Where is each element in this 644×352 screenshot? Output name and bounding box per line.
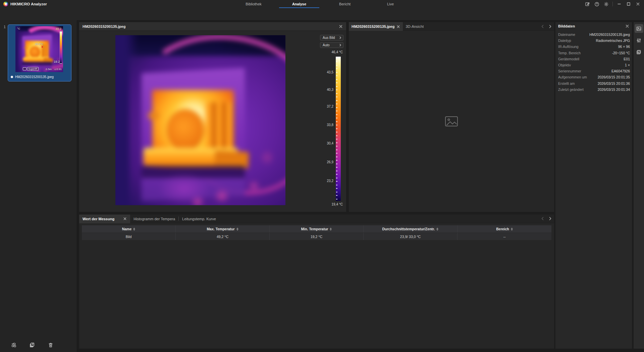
scale-mode-dropdown[interactable]: Auto (320, 42, 343, 48)
metadata-row: IR-Auflösung96 × 96 (558, 44, 630, 50)
metadata-row: Temp. Bereich-20~150 °C (558, 50, 630, 56)
close-icon[interactable] (625, 23, 630, 29)
metadata-row: SeriennummerEA6047926 (558, 68, 630, 74)
viewer-tabs: HM20260315200135.jpeg 3D-Ansicht (349, 22, 554, 31)
image-info-icon[interactable] (635, 24, 643, 33)
tab-bibliothek[interactable]: Bibliothek (231, 0, 276, 8)
sort-icon[interactable] (133, 228, 135, 231)
column-header-name[interactable]: Name (82, 225, 176, 233)
scale-tick-label: 37,2 (322, 105, 333, 108)
thermal-image[interactable] (115, 35, 285, 205)
column-header-bereich[interactable]: Bereich (458, 225, 551, 233)
metadata-row: Objektiv1 × (558, 62, 630, 68)
notes-icon[interactable] (635, 48, 643, 56)
help-icon[interactable] (593, 1, 601, 7)
cell-bereich: -- (458, 233, 551, 240)
thumb-badge-icon (23, 67, 26, 70)
tab-live[interactable]: Live (368, 0, 413, 8)
close-icon[interactable] (338, 24, 343, 29)
tab-wert-der-messung[interactable]: Wert der Messung (79, 215, 130, 223)
chevron-right-icon[interactable] (548, 217, 552, 221)
thumb-min-temp: 19.2 (54, 60, 60, 63)
toolbar (0, 8, 644, 20)
titlebar: HIKMICRO Analyzer Bibliothek Analyse Ber… (0, 0, 644, 8)
metadata-row: Erstellt am2026/03/15 20:01:36 (558, 80, 630, 86)
table-row[interactable]: Bild 49,2 °C 19,2 °C 23,9/ 33,0 °C -- (82, 233, 551, 240)
cell-avg-temp: 23,9/ 33,0 °C (364, 233, 458, 240)
sort-icon[interactable] (330, 228, 332, 231)
adjustments-icon[interactable] (635, 36, 643, 45)
image-panel: HM20260315200135.jpeg Aus Bild Auto 46, (79, 22, 346, 212)
metadata-row: DateitypRadiometrisches JPG (558, 38, 630, 44)
image-metadata-panel: Bilddaten DateinameHM20260315200135.jpeg… (555, 22, 632, 349)
metadata-row: DateinameHM20260315200135.jpeg (558, 32, 630, 38)
image-panel-header: HM20260315200135.jpeg (79, 22, 346, 31)
viewer-tab-3d[interactable]: 3D-Ansicht (403, 22, 426, 31)
task-index: 1 (4, 25, 6, 29)
sort-icon[interactable] (436, 228, 438, 231)
right-icon-strip (633, 22, 644, 349)
close-icon[interactable] (396, 25, 400, 28)
close-icon[interactable] (634, 1, 642, 7)
window-bottom-strip (0, 349, 644, 352)
task-list-sidebar: Aufgabenliste (1) 1 °C 49.2 20.2°C (0, 8, 77, 352)
chevron-left-icon[interactable] (541, 217, 545, 221)
scale-max-label: 46,4 °C (332, 50, 343, 54)
chevron-left-icon[interactable] (541, 24, 545, 28)
thumb-max-temp: 49.2 (55, 27, 61, 31)
maximize-icon[interactable] (625, 1, 633, 7)
tab-histogramm[interactable]: Histogramm der Tempera (130, 215, 178, 223)
image-panel-title: HM20260315200135.jpeg (83, 24, 125, 28)
viewer-tab-image[interactable]: HM20260315200135.jpeg (349, 22, 403, 31)
thumb-center-temp: 20.2°C (35, 43, 44, 46)
task-thumbnail-card[interactable]: °C 49.2 20.2°C 19.2 SuperIR 0.5m ε:0.91 … (8, 24, 71, 81)
metadata-row: Zuletzt geändert2026/03/15 20:01:34 (558, 86, 630, 93)
tab-leitungstemp-kurve[interactable]: Leitungstemp. Kurve (179, 215, 219, 223)
metadata-title: Bilddaten (558, 24, 575, 28)
app-logo-icon (3, 2, 8, 6)
viewer-3d-empty-state (349, 31, 554, 212)
viewer-tab-nav (541, 22, 552, 31)
feedback-icon[interactable] (583, 1, 591, 7)
minimize-icon[interactable] (615, 1, 623, 7)
thumb-unit-label: °C (17, 27, 20, 30)
column-header-avg-temp[interactable]: Durchschnittstemperatur/Zentr. (364, 225, 458, 233)
close-icon[interactable] (123, 217, 127, 221)
cell-min-temp: 19,2 °C (270, 233, 364, 240)
table-header-row: Name Max. Temperatur Min. Temperatur Dur… (82, 225, 551, 233)
scale-tick-label: 30,4 (322, 141, 333, 145)
palette-source-dropdown[interactable]: Aus Bild (320, 35, 343, 41)
column-header-min-temp[interactable]: Min. Temperatur (270, 225, 364, 233)
tab-bericht[interactable]: Bericht (322, 0, 368, 8)
main-nav: Bibliothek Analyse Bericht Live (0, 0, 644, 8)
thumb-superir-badge: SuperIR (23, 67, 39, 71)
batch-select-icon[interactable] (10, 341, 17, 349)
sort-icon[interactable] (511, 228, 513, 231)
chevron-right-icon[interactable] (548, 24, 552, 28)
measurement-table: Name Max. Temperatur Min. Temperatur Dur… (82, 225, 551, 240)
scale-min-label: 19,4 °C (332, 202, 343, 206)
cell-name: Bild (82, 233, 176, 240)
task-item-label: HM20260315200135.jpeg (11, 75, 69, 79)
task-filename: HM20260315200135.jpeg (15, 75, 54, 79)
viewer-panel: HM20260315200135.jpeg 3D-Ansicht (349, 22, 554, 212)
thermal-thumbnail: °C 49.2 20.2°C 19.2 SuperIR 0.5m ε:0.91 (15, 26, 63, 72)
sort-icon[interactable] (236, 228, 238, 231)
sidebar-footer (10, 341, 54, 349)
trash-icon[interactable] (47, 341, 54, 349)
export-images-icon[interactable] (29, 341, 36, 349)
scale-tick-label: 26,9 (322, 160, 333, 164)
temperature-color-scale[interactable] (336, 57, 341, 201)
gear-icon[interactable] (602, 1, 610, 7)
tab-analyse[interactable]: Analyse (276, 0, 322, 8)
column-header-max-temp[interactable]: Max. Temperatur (176, 225, 270, 233)
measurement-tab-nav (541, 215, 552, 223)
metadata-rows: DateinameHM20260315200135.jpeg DateitypR… (558, 32, 630, 93)
measurement-panel: Wert der Messung Histogramm der Tempera … (79, 215, 554, 349)
image-placeholder-icon (444, 115, 459, 127)
status-dot (11, 76, 13, 78)
titlebar-divider (612, 2, 613, 6)
measurement-tabs: Wert der Messung Histogramm der Tempera … (79, 215, 554, 223)
task-thumbnail-image: °C 49.2 20.2°C 19.2 SuperIR 0.5m ε:0.91 (15, 26, 63, 72)
titlebar-controls (583, 0, 642, 8)
